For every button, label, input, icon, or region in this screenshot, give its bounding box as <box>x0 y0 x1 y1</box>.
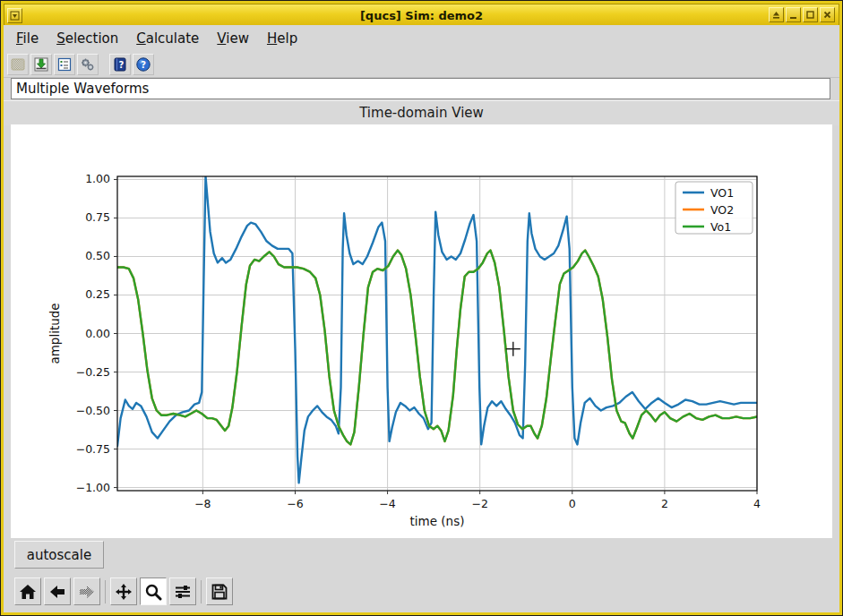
qucs-sim-window: [qucs] Sim: demo2 <box>0 0 843 616</box>
help-index-button[interactable]: ? <box>109 54 131 75</box>
autoscale-button[interactable]: autoscale <box>14 541 104 569</box>
svg-text:−6: −6 <box>287 497 303 510</box>
svg-text:1.00: 1.00 <box>85 172 110 185</box>
waveform-list: Multiple Waveforms <box>11 78 830 99</box>
svg-text:VO1: VO1 <box>710 186 734 200</box>
svg-text:−2: −2 <box>471 497 487 510</box>
toolbar: ? ? <box>4 51 839 78</box>
waveform-chart[interactable]: −8−6−4−2024−1.00−0.75−0.50−0.250.000.250… <box>11 124 832 538</box>
about-question-icon: ? <box>135 56 151 73</box>
simulate-button[interactable] <box>77 54 99 75</box>
configure-subplots-button[interactable] <box>169 578 196 605</box>
waveform-list-item[interactable]: Multiple Waveforms <box>12 79 830 98</box>
forward-arrow-disabled-icon <box>78 583 96 601</box>
home-icon <box>19 583 37 601</box>
svg-text:0.00: 0.00 <box>85 327 110 340</box>
minimize-button[interactable] <box>786 7 801 22</box>
plot-canvas[interactable]: −8−6−4−2024−1.00−0.75−0.50−0.250.000.250… <box>11 124 832 538</box>
minimize-icon <box>788 10 798 20</box>
nav-separator <box>105 580 106 603</box>
svg-text:0.50: 0.50 <box>85 249 110 262</box>
window-content: File Selection Calculate View Help <box>4 25 839 612</box>
svg-text:−8: −8 <box>194 497 211 510</box>
window-title: [qucs] Sim: demo2 <box>4 9 839 22</box>
svg-text:2: 2 <box>661 497 668 510</box>
pan-button[interactable] <box>110 578 137 605</box>
svg-text:−1.00: −1.00 <box>76 481 110 494</box>
menubar: File Selection Calculate View Help <box>4 25 839 51</box>
gears-icon <box>80 56 96 73</box>
svg-text:VO2: VO2 <box>710 203 734 217</box>
sliders-icon <box>174 583 192 601</box>
menu-view[interactable]: View <box>208 28 258 49</box>
nav-separator-2 <box>201 580 202 603</box>
menu-file[interactable]: File <box>7 28 47 49</box>
forward-button <box>73 578 100 605</box>
svg-text:−0.50: −0.50 <box>76 404 110 417</box>
svg-text:0.25: 0.25 <box>85 287 110 301</box>
svg-text:−0.25: −0.25 <box>76 365 110 379</box>
help-book-icon: ? <box>112 56 128 73</box>
svg-text:4: 4 <box>753 497 761 510</box>
back-button[interactable] <box>44 578 71 605</box>
maximize-button[interactable] <box>803 7 818 22</box>
svg-text:?: ? <box>141 59 146 70</box>
about-button[interactable]: ? <box>133 54 154 75</box>
menu-help[interactable]: Help <box>258 28 306 49</box>
settings-list-icon <box>56 56 73 73</box>
save-button[interactable] <box>206 578 233 605</box>
back-arrow-icon <box>48 583 66 601</box>
home-button[interactable] <box>14 578 41 605</box>
export-data-button[interactable] <box>30 54 52 75</box>
pan-move-icon <box>115 583 133 601</box>
simulation-settings-button[interactable] <box>54 54 75 75</box>
shade-icon <box>771 10 781 20</box>
zoom-magnifier-icon <box>144 583 162 601</box>
export-data-icon <box>33 56 49 73</box>
svg-text:Vo1: Vo1 <box>710 220 731 234</box>
maximize-icon <box>805 10 815 20</box>
svg-text:time (ns): time (ns) <box>410 514 465 528</box>
nav-toolbar <box>14 578 236 605</box>
zoom-button[interactable] <box>140 578 167 605</box>
new-document-button <box>7 54 29 75</box>
close-button[interactable] <box>820 7 835 22</box>
svg-text:?: ? <box>118 60 124 70</box>
menu-selection[interactable]: Selection <box>47 28 127 49</box>
svg-text:amplitude: amplitude <box>47 303 62 364</box>
svg-text:−0.75: −0.75 <box>76 442 110 456</box>
svg-text:−4: −4 <box>379 497 395 510</box>
view-title: Time-domain View <box>4 100 839 125</box>
close-icon <box>822 10 832 20</box>
new-document-disabled-icon <box>10 56 26 73</box>
titlebar: [qucs] Sim: demo2 <box>4 4 839 27</box>
save-floppy-icon <box>211 583 228 601</box>
svg-text:0.75: 0.75 <box>85 210 110 224</box>
menu-calculate[interactable]: Calculate <box>127 28 208 49</box>
svg-text:0: 0 <box>569 497 576 510</box>
shade-button[interactable] <box>769 7 784 22</box>
